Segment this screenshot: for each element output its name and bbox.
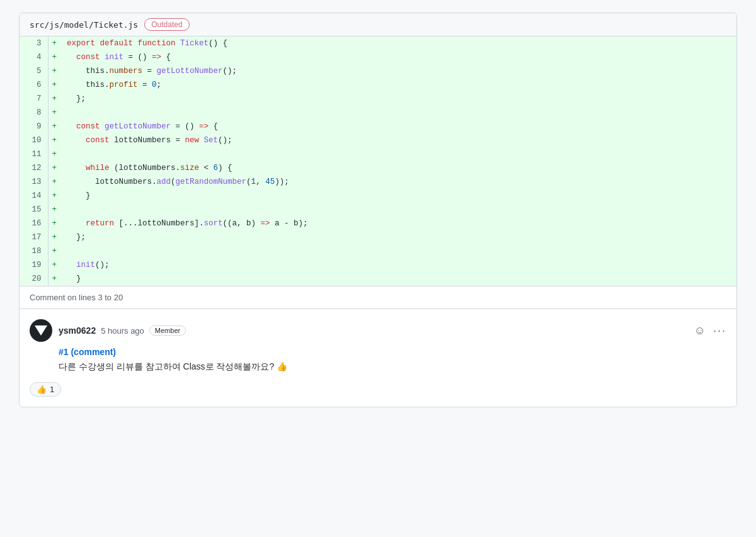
line-sign: + [48, 64, 60, 78]
line-code: const lottoNumbers = new Set(); [60, 133, 736, 147]
comment-text: 다른 수강생의 리뷰를 참고하여 Class로 작성해볼까요? 👍 [59, 359, 726, 373]
table-row: 4+ const init = () => { [20, 50, 736, 64]
line-code: this.profit = 0; [60, 78, 736, 92]
line-number: 3 [20, 37, 48, 50]
line-code [60, 106, 736, 120]
line-sign: + [48, 147, 60, 161]
table-row: 5+ this.numbers = getLottoNumber(); [20, 64, 736, 78]
line-code [60, 244, 736, 258]
file-header: src/js/model/Ticket.js Outdated [20, 13, 736, 37]
line-sign: + [48, 92, 60, 106]
line-code: const getLottoNumber = () => { [60, 120, 736, 133]
outdated-badge: Outdated [144, 18, 189, 31]
pr-review-card: src/js/model/Ticket.js Outdated 3+export… [19, 13, 737, 407]
avatar-icon [35, 325, 47, 336]
line-number: 6 [20, 78, 48, 92]
line-number: 17 [20, 230, 48, 244]
file-path: src/js/model/Ticket.js [30, 20, 138, 30]
line-sign: + [48, 161, 60, 175]
comment-actions: ☺ ··· [694, 324, 726, 337]
table-row: 13+ lottoNumbers.add(getRandomNumber(1, … [20, 175, 736, 189]
line-number: 14 [20, 189, 48, 203]
comment-on-lines-text: Comment on lines 3 to 20 [30, 293, 123, 302]
comment-section: ysm0622 5 hours ago Member ☺ ··· #1 (com… [20, 309, 736, 407]
table-row: 6+ this.profit = 0; [20, 78, 736, 92]
comment-on-lines-bar: Comment on lines 3 to 20 [20, 286, 736, 309]
line-number: 20 [20, 272, 48, 286]
line-sign: + [48, 258, 60, 272]
line-sign: + [48, 244, 60, 258]
table-row: 18+ [20, 244, 736, 258]
line-sign: + [48, 189, 60, 203]
table-row: 17+ }; [20, 230, 736, 244]
table-row: 8+ [20, 106, 736, 120]
line-code: } [60, 272, 736, 286]
line-code: lottoNumbers.add(getRandomNumber(1, 45))… [60, 175, 736, 189]
code-diff-area: 3+export default function Ticket() {4+ c… [20, 37, 736, 286]
line-code: } [60, 189, 736, 203]
line-number: 5 [20, 64, 48, 78]
line-code: }; [60, 230, 736, 244]
comment-time: 5 hours ago [101, 326, 144, 336]
line-number: 18 [20, 244, 48, 258]
line-code: init(); [60, 258, 736, 272]
line-code: }; [60, 92, 736, 106]
avatar [30, 319, 52, 342]
reaction-count: 1 [50, 385, 54, 394]
table-row: 16+ return [...lottoNumbers].sort((a, b)… [20, 217, 736, 230]
line-sign: + [48, 120, 60, 133]
table-row: 9+ const getLottoNumber = () => { [20, 120, 736, 133]
table-row: 20+ } [20, 272, 736, 286]
reaction-bar: 👍 1 [30, 382, 726, 397]
line-sign: + [48, 50, 60, 64]
table-row: 19+ init(); [20, 258, 736, 272]
line-sign: + [48, 272, 60, 286]
line-code [60, 147, 736, 161]
line-number: 9 [20, 120, 48, 133]
emoji-reaction-button[interactable]: ☺ [694, 324, 706, 337]
comment-link[interactable]: #1 (comment) [59, 347, 726, 357]
line-number: 8 [20, 106, 48, 120]
line-number: 19 [20, 258, 48, 272]
line-number: 11 [20, 147, 48, 161]
thumbsup-emoji: 👍 [37, 385, 47, 394]
line-number: 15 [20, 203, 48, 217]
line-sign: + [48, 175, 60, 189]
line-sign: + [48, 203, 60, 217]
table-row: 15+ [20, 203, 736, 217]
table-row: 12+ while (lottoNumbers.size < 6) { [20, 161, 736, 175]
line-sign: + [48, 230, 60, 244]
comment-author: ysm0622 [59, 325, 96, 336]
line-code: export default function Ticket() { [60, 37, 736, 50]
table-row: 7+ }; [20, 92, 736, 106]
thumbsup-reaction-button[interactable]: 👍 1 [30, 382, 61, 397]
member-badge: Member [149, 325, 186, 336]
line-code: this.numbers = getLottoNumber(); [60, 64, 736, 78]
line-sign: + [48, 217, 60, 230]
line-sign: + [48, 37, 60, 50]
table-row: 11+ [20, 147, 736, 161]
line-sign: + [48, 78, 60, 92]
line-code: while (lottoNumbers.size < 6) { [60, 161, 736, 175]
table-row: 3+export default function Ticket() { [20, 37, 736, 50]
code-table: 3+export default function Ticket() {4+ c… [20, 37, 736, 286]
line-number: 16 [20, 217, 48, 230]
comment-header: ysm0622 5 hours ago Member ☺ ··· [30, 319, 726, 342]
line-number: 12 [20, 161, 48, 175]
line-number: 4 [20, 50, 48, 64]
line-number: 7 [20, 92, 48, 106]
line-number: 13 [20, 175, 48, 189]
table-row: 14+ } [20, 189, 736, 203]
line-sign: + [48, 106, 60, 120]
table-row: 10+ const lottoNumbers = new Set(); [20, 133, 736, 147]
line-code [60, 203, 736, 217]
comment-body: #1 (comment) 다른 수강생의 리뷰를 참고하여 Class로 작성해… [30, 347, 726, 373]
line-code: return [...lottoNumbers].sort((a, b) => … [60, 217, 736, 230]
line-number: 10 [20, 133, 48, 147]
more-options-button[interactable]: ··· [713, 324, 726, 337]
line-code: const init = () => { [60, 50, 736, 64]
line-sign: + [48, 133, 60, 147]
comment-meta: ysm0622 5 hours ago Member [59, 325, 694, 336]
